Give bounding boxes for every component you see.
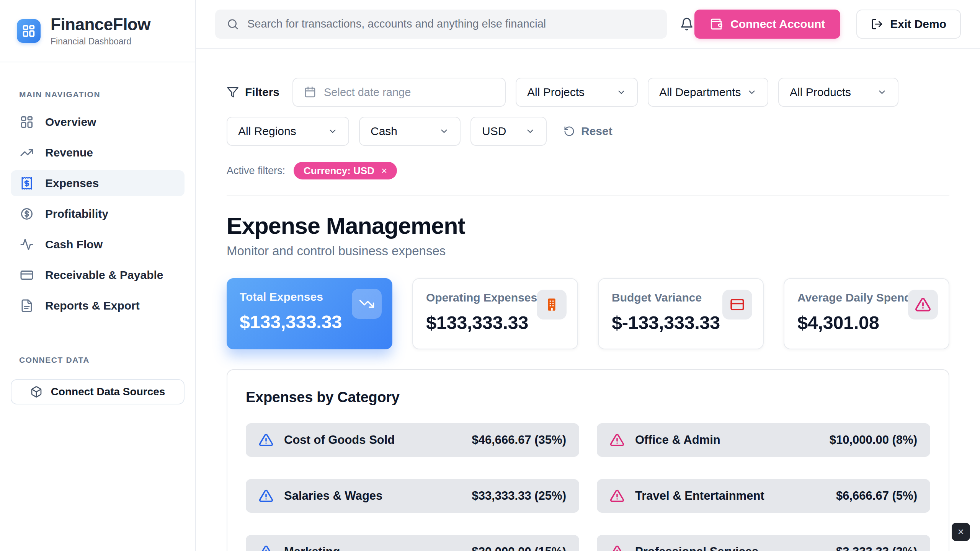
date-range-field[interactable]	[292, 78, 506, 107]
brand-header: FinanceFlow Financial Dashboard	[0, 0, 195, 62]
sidebar-item-label: Expenses	[45, 177, 99, 190]
sidebar-item-cash-flow[interactable]: Cash Flow	[11, 231, 185, 258]
departments-dropdown[interactable]: All Departments	[648, 78, 768, 107]
stat-card-total-expenses[interactable]: Total Expenses $133,333.33	[227, 278, 392, 349]
chevron-down-icon	[328, 126, 338, 136]
projects-dropdown[interactable]: All Projects	[516, 78, 638, 107]
category-row-office-admin[interactable]: Office & Admin $10,000.00 (8%)	[597, 423, 930, 457]
chevron-down-icon	[525, 126, 535, 136]
content: Filters All Projects All Departments All…	[196, 49, 980, 551]
sidebar-item-label: Profitability	[45, 207, 108, 220]
category-grid: Cost of Goods Sold $46,666.67 (35%) Offi…	[246, 423, 930, 551]
dashboard-icon	[20, 115, 34, 129]
search-box[interactable]	[215, 10, 667, 39]
alert-triangle-icon	[610, 544, 624, 551]
projects-dropdown-value: All Projects	[527, 86, 585, 99]
log-out-icon	[871, 18, 883, 30]
alert-triangle-icon	[610, 489, 624, 503]
departments-dropdown-value: All Departments	[659, 86, 741, 99]
calendar-icon	[304, 86, 316, 98]
sidebar-item-receivable-payable[interactable]: Receivable & Payable	[11, 262, 185, 288]
active-filter-chip-currency[interactable]: Currency: USD ×	[294, 162, 397, 179]
products-dropdown[interactable]: All Products	[778, 78, 898, 107]
dollar-circle-icon	[20, 207, 34, 221]
page-subtitle: Monitor and control business expenses	[227, 244, 949, 258]
expenses-by-category-panel: Expenses by Category Cost of Goods Sold …	[227, 369, 949, 551]
page-title: Expense Management	[227, 212, 949, 239]
bell-icon	[680, 17, 694, 31]
category-row-salaries-wages[interactable]: Salaries & Wages $33,333.33 (25%)	[246, 479, 579, 513]
connect-section-heading: CONNECT DATA	[19, 355, 185, 365]
stat-icon-chip	[908, 290, 938, 320]
search-icon	[227, 18, 239, 30]
category-name: Marketing	[284, 545, 340, 551]
chevron-down-icon	[747, 87, 757, 97]
sidebar-item-label: Overview	[45, 116, 96, 129]
sidebar-item-profitability[interactable]: Profitability	[11, 201, 185, 227]
active-filters-row: Active filters: Currency: USD ×	[227, 162, 949, 179]
sidebar-item-overview[interactable]: Overview	[11, 109, 185, 135]
receipt-icon	[20, 176, 34, 190]
connect-account-button[interactable]: Connect Account	[694, 10, 840, 39]
connect-data-section: CONNECT DATA Connect Data Sources	[0, 355, 195, 404]
alert-triangle-icon	[259, 489, 273, 503]
category-name: Cost of Goods Sold	[284, 433, 395, 447]
currency-dropdown-value: USD	[482, 125, 506, 138]
toast-close-button[interactable]: ×	[952, 523, 970, 541]
brand-text: FinanceFlow Financial Dashboard	[51, 15, 150, 47]
stat-cards: Total Expenses $133,333.33 Operating Exp…	[227, 278, 949, 349]
reset-filters-button[interactable]: Reset	[564, 125, 612, 138]
building-icon	[544, 297, 560, 313]
sidebar-item-label: Reports & Export	[45, 299, 140, 312]
app-logo	[17, 19, 41, 43]
cube-icon	[30, 386, 42, 398]
payment-method-dropdown-value: Cash	[371, 125, 397, 138]
trending-down-icon	[359, 296, 375, 312]
category-value: $10,000.00 (8%)	[830, 433, 917, 447]
sidebar-item-expenses[interactable]: Expenses	[11, 170, 185, 196]
stat-card-budget-variance[interactable]: Budget Variance $-133,333.33	[598, 278, 764, 349]
stat-icon-chip	[352, 289, 382, 319]
topbar: Connect Account Exit Demo	[196, 0, 980, 49]
chevron-down-icon	[616, 87, 626, 97]
date-range-input[interactable]	[324, 86, 494, 99]
category-name: Professional Services	[635, 545, 758, 551]
sidebar-item-revenue[interactable]: Revenue	[11, 140, 185, 166]
search-input[interactable]	[247, 18, 655, 30]
alert-triangle-icon	[915, 297, 931, 313]
dashboard-logo-icon	[22, 24, 36, 38]
stat-card-operating-expenses[interactable]: Operating Expenses $133,333.33	[412, 278, 578, 349]
credit-card-icon	[729, 297, 745, 313]
filters-row-2: All Regions Cash USD Reset	[227, 117, 949, 146]
payment-method-dropdown[interactable]: Cash	[359, 117, 461, 146]
regions-dropdown[interactable]: All Regions	[227, 117, 349, 146]
exit-demo-label: Exit Demo	[890, 18, 946, 31]
connect-data-sources-button[interactable]: Connect Data Sources	[11, 379, 185, 404]
alert-triangle-icon	[259, 544, 273, 551]
nav-list: Overview Revenue Expenses Profitability …	[11, 109, 185, 319]
stat-icon-chip	[537, 290, 567, 320]
category-value: $3,333.33 (3%)	[836, 545, 917, 551]
stat-card-average-daily-spend[interactable]: Average Daily Spend $4,301.08	[784, 278, 949, 349]
main-navigation: MAIN NAVIGATION Overview Revenue Expense…	[0, 62, 195, 319]
exit-demo-button[interactable]: Exit Demo	[856, 10, 961, 39]
brand-tagline: Financial Dashboard	[51, 36, 150, 47]
notifications-button[interactable]	[680, 17, 694, 31]
category-row-professional-services[interactable]: Professional Services $3,333.33 (3%)	[597, 535, 930, 551]
category-name: Travel & Entertainment	[635, 489, 764, 503]
category-row-marketing[interactable]: Marketing $20,000.00 (15%)	[246, 535, 579, 551]
sidebar-item-reports-export[interactable]: Reports & Export	[11, 293, 185, 319]
alert-triangle-icon	[610, 433, 624, 447]
chip-close-icon[interactable]: ×	[381, 166, 387, 176]
connect-account-label: Connect Account	[730, 18, 825, 31]
alert-triangle-icon	[259, 433, 273, 447]
currency-dropdown[interactable]: USD	[470, 117, 547, 146]
sidebar: FinanceFlow Financial Dashboard MAIN NAV…	[0, 0, 196, 551]
chevron-down-icon	[439, 126, 449, 136]
category-row-travel-entertainment[interactable]: Travel & Entertainment $6,666.67 (5%)	[597, 479, 930, 513]
category-row-cost-of-goods-sold[interactable]: Cost of Goods Sold $46,666.67 (35%)	[246, 423, 579, 457]
funnel-icon	[227, 86, 239, 98]
regions-dropdown-value: All Regions	[238, 125, 296, 138]
sidebar-item-label: Cash Flow	[45, 238, 103, 251]
filters-title: Filters	[227, 86, 279, 99]
